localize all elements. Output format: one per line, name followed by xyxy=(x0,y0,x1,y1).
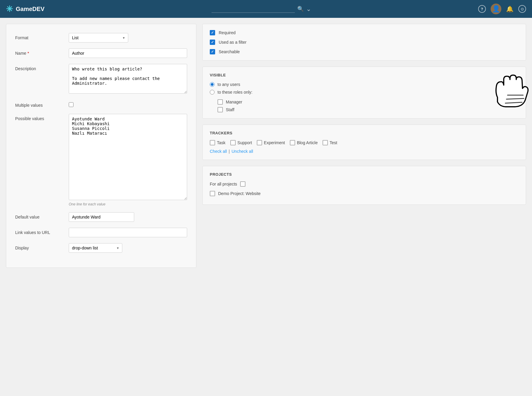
visible-title: VISIBLE xyxy=(210,73,519,77)
filter-checkbox[interactable]: ✓ xyxy=(210,40,215,45)
demo-project-label: Demo Project: Website xyxy=(218,191,261,196)
filter-label: Used as a filter xyxy=(219,40,246,45)
tracker-test: Test xyxy=(323,140,337,145)
multiple-values-label: Multiple values xyxy=(15,100,63,108)
default-value-label: Default value xyxy=(15,212,63,219)
required-label: Required xyxy=(219,30,236,35)
description-control: Who wrote this blog article? To add new … xyxy=(69,64,187,95)
multiple-values-checkbox[interactable] xyxy=(69,102,73,107)
staff-checkbox[interactable] xyxy=(218,107,223,112)
any-users-radio[interactable] xyxy=(210,82,215,87)
check-all-button[interactable]: Check all xyxy=(210,149,227,154)
uncheck-all-button[interactable]: Uncheck all xyxy=(231,149,253,154)
task-checkbox[interactable] xyxy=(210,140,215,145)
searchable-row: ✓ Searchable xyxy=(210,49,519,54)
logo-icon: ✳ xyxy=(6,4,13,14)
description-textarea[interactable]: Who wrote this blog article? To add new … xyxy=(69,64,187,94)
check-uncheck-links: Check all | Uncheck all xyxy=(210,149,519,154)
chevron-down-icon[interactable]: ⌄ xyxy=(306,5,311,12)
trackers-card: TRACKERS Task Support Experiment Blog Ar… xyxy=(202,125,526,160)
searchable-label: Searchable xyxy=(219,49,240,54)
required-row: ✓ Required xyxy=(210,30,519,35)
format-row: Format List xyxy=(15,33,187,43)
link-values-input[interactable] xyxy=(69,228,187,237)
link-separator: | xyxy=(229,149,230,154)
search-input[interactable] xyxy=(212,5,295,13)
possible-values-textarea[interactable]: Ayotunde Ward Michi Kobayashi Susanna Pi… xyxy=(69,114,187,200)
tracker-support: Support xyxy=(230,140,252,145)
checkmark-icon: ✓ xyxy=(211,31,214,35)
for-all-projects-row: For all projects xyxy=(210,181,519,187)
searchable-checkbox[interactable]: ✓ xyxy=(210,49,215,54)
possible-values-row: Possible values Ayotunde Ward Michi Koba… xyxy=(15,114,187,206)
app-logo[interactable]: ✳ GameDEV xyxy=(6,4,45,14)
visible-radio-group: to any users to these roles only: Manage… xyxy=(210,82,519,112)
required-checkbox[interactable]: ✓ xyxy=(210,30,215,35)
app-name: GameDEV xyxy=(16,6,45,12)
description-row: Description Who wrote this blog article?… xyxy=(15,64,187,95)
any-users-row: to any users xyxy=(210,82,519,87)
possible-values-control: Ayotunde Ward Michi Kobayashi Susanna Pi… xyxy=(69,114,187,206)
clock-icon[interactable]: ⊙ xyxy=(518,5,526,13)
required-marker: * xyxy=(27,51,29,56)
projects-title: PROJECTS xyxy=(210,172,519,177)
support-label: Support xyxy=(237,140,252,145)
flags-card: ✓ Required ✓ Used as a filter ✓ Searchab… xyxy=(202,24,526,61)
roles-group: Manager Staff xyxy=(218,99,519,112)
trackers-list: Task Support Experiment Blog Article Tes… xyxy=(210,140,519,145)
trackers-title: TRACKERS xyxy=(210,131,519,135)
format-label: Format xyxy=(15,33,63,40)
default-value-control xyxy=(69,212,187,222)
for-all-projects-label: For all projects xyxy=(210,182,237,186)
tracker-experiment: Experiment xyxy=(257,140,285,145)
possible-values-label: Possible values xyxy=(15,114,63,121)
display-label: Display xyxy=(15,243,63,250)
search-area: 🔍 ⌄ xyxy=(48,5,475,13)
name-label: Name * xyxy=(15,48,63,56)
staff-label: Staff xyxy=(226,107,234,112)
filter-row: ✓ Used as a filter xyxy=(210,40,519,45)
format-select[interactable]: List xyxy=(69,33,128,43)
display-select-wrapper: drop-down list xyxy=(69,243,122,253)
header-icons: ? 👤 🔔 ⊙ xyxy=(478,4,526,14)
experiment-checkbox[interactable] xyxy=(257,140,262,145)
these-roles-label: to these roles only: xyxy=(218,90,253,95)
demo-project-row: Demo Project: Website xyxy=(210,191,519,196)
test-label: Test xyxy=(330,140,337,145)
display-row: Display drop-down list xyxy=(15,243,187,253)
test-checkbox[interactable] xyxy=(323,140,328,145)
default-value-row: Default value xyxy=(15,212,187,222)
default-value-input[interactable] xyxy=(69,212,134,222)
these-roles-row: to these roles only: xyxy=(210,90,519,95)
help-icon[interactable]: ? xyxy=(478,5,486,13)
avatar[interactable]: 👤 xyxy=(491,4,501,14)
staff-role-row: Staff xyxy=(218,107,519,112)
blog-article-checkbox[interactable] xyxy=(290,140,295,145)
checkmark-icon: ✓ xyxy=(211,40,214,44)
these-roles-radio[interactable] xyxy=(210,90,215,95)
checkmark-icon: ✓ xyxy=(211,50,214,54)
manager-label: Manager xyxy=(226,100,242,104)
search-icon[interactable]: 🔍 xyxy=(297,6,304,12)
bell-icon[interactable]: 🔔 xyxy=(506,5,514,12)
projects-card: PROJECTS For all projects Demo Project: … xyxy=(202,166,526,205)
format-control: List xyxy=(69,33,187,43)
visible-card: VISIBLE to any users to these roles only… xyxy=(202,67,526,119)
manager-role-row: Manager xyxy=(218,99,519,105)
hint-text: One line for each value xyxy=(69,202,187,206)
left-panel: Format List Name * Description xyxy=(6,24,196,268)
for-all-projects-checkbox[interactable] xyxy=(240,181,245,187)
link-values-control xyxy=(69,228,187,237)
support-checkbox[interactable] xyxy=(230,140,236,145)
name-row: Name * xyxy=(15,48,187,58)
demo-project-checkbox[interactable] xyxy=(210,191,215,196)
manager-checkbox[interactable] xyxy=(218,99,223,105)
tracker-blog-article: Blog Article xyxy=(290,140,318,145)
name-control xyxy=(69,48,187,58)
description-label: Description xyxy=(15,64,63,71)
name-input[interactable] xyxy=(69,48,187,58)
format-select-wrapper: List xyxy=(69,33,128,43)
multiple-values-control xyxy=(69,100,187,108)
display-select[interactable]: drop-down list xyxy=(69,243,122,253)
app-header: ✳ GameDEV 🔍 ⌄ ? 👤 🔔 ⊙ xyxy=(0,0,532,18)
